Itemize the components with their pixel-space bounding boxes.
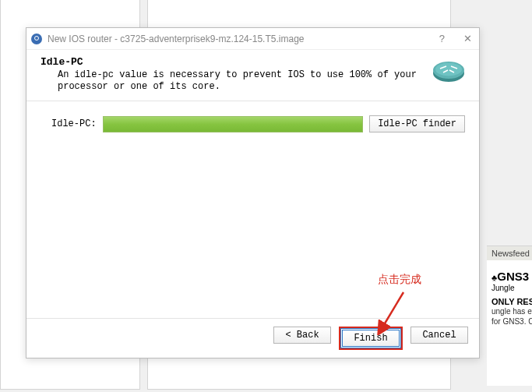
router-icon <box>432 56 465 84</box>
finish-button[interactable]: Finish <box>342 330 400 347</box>
idle-pc-label: Idle-PC: <box>51 118 97 129</box>
idle-pc-input[interactable] <box>103 116 364 132</box>
dialog-new-ios-router: New IOS router - c3725-adventerprisek9-m… <box>26 27 480 358</box>
page-title: Idle-PC <box>41 56 425 68</box>
wizard-header: Idle-PC An idle-pc value is necessary to… <box>26 50 479 101</box>
gns3-logo: ♣GNS3 Jungle <box>491 270 532 292</box>
annotation-text: 点击完成 <box>378 273 421 287</box>
newsfeed-line: for GNS3. Co <box>491 316 532 327</box>
newsfeed-line: ungle has eve <box>491 306 532 316</box>
titlebar: New IOS router - c3725-adventerprisek9-m… <box>26 28 479 50</box>
close-button[interactable]: ✕ <box>461 33 474 44</box>
newsfeed-title: ONLY RESO <box>491 297 532 306</box>
newsfeed-panel: Newsfeed ♣GNS3 Jungle ONLY RESO ungle ha… <box>487 245 532 386</box>
app-icon <box>31 34 42 44</box>
page-description: An idle-pc value is necessary to prevent… <box>41 69 425 93</box>
cancel-button[interactable]: Cancel <box>410 327 468 344</box>
finish-highlight: Finish <box>339 327 403 350</box>
idle-pc-finder-button[interactable]: Idle-PC finder <box>369 115 465 132</box>
newsfeed-header: Newsfeed <box>487 246 532 260</box>
window-title: New IOS router - c3725-adventerprisek9-m… <box>48 34 437 44</box>
help-button[interactable]: ? <box>437 33 447 44</box>
wizard-footer: < Back Finish Cancel <box>26 318 479 358</box>
back-button[interactable]: < Back <box>273 327 331 344</box>
svg-point-2 <box>435 63 462 76</box>
